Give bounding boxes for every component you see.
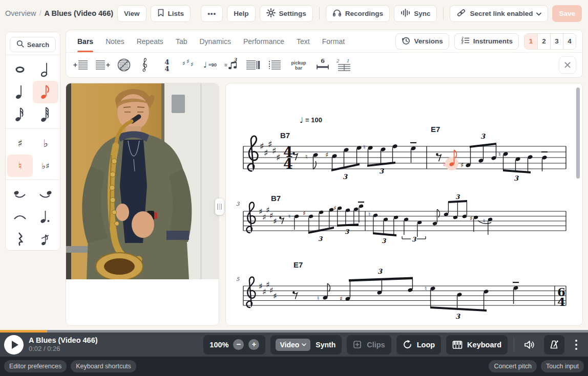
score-system-2[interactable]: 3 ♯♯♯♯♯ B7 ♮♯♯♮♯♮ (233, 194, 576, 256)
key-signature-tool[interactable]: ♯♯♯ (180, 55, 197, 75)
voice-1[interactable]: 1 (524, 34, 537, 49)
concert-pitch-button[interactable]: Concert pitch (489, 360, 537, 372)
header-divider (443, 7, 444, 19)
note-sixteenth[interactable] (7, 103, 33, 126)
keyboard-button[interactable]: Keyboard (446, 335, 508, 355)
volta-tool[interactable]: 2 1 (335, 55, 353, 75)
zoom-out-button[interactable]: − (233, 339, 244, 350)
playback-progress[interactable] (0, 330, 588, 333)
tuplet-tool[interactable]: =3 (223, 55, 240, 75)
metronome-icon (549, 340, 559, 350)
breadcrumb-overview[interactable]: Overview (5, 9, 36, 17)
instruments-button[interactable]: Instruments (454, 33, 519, 50)
rest[interactable] (7, 228, 33, 251)
more-button[interactable]: ••• (201, 5, 223, 22)
end-time-signature-bottom[interactable]: 4 (557, 295, 565, 308)
view-button[interactable]: View (117, 5, 146, 22)
play-button[interactable] (4, 335, 24, 355)
link-icon (456, 8, 466, 19)
svg-text:♯: ♯ (273, 216, 277, 226)
secret-link-button[interactable]: Secret link enabled (450, 5, 548, 22)
svg-text:♮: ♮ (305, 153, 308, 161)
chord-symbol[interactable]: E7 (293, 260, 303, 269)
pickup-label-1: pickup (291, 60, 306, 65)
video-panel (66, 83, 219, 326)
time-signature-tool[interactable]: 44 (158, 55, 176, 75)
tab-dynamics[interactable]: Dynamics (193, 30, 237, 52)
accidental-sharp[interactable]: ♯ (7, 132, 33, 154)
slur[interactable] (7, 206, 33, 228)
tie-end[interactable] (33, 183, 58, 206)
note-whole[interactable] (7, 58, 33, 81)
lists-button[interactable]: Lists (151, 5, 191, 22)
note-eighth[interactable] (33, 81, 58, 103)
score-system-1[interactable]: ♯♯♯♯♯ 4 4 ♩ = 100 B7 E7 ♮♯♮ 3 3 (233, 114, 576, 191)
add-bar-after-tool[interactable] (94, 55, 111, 75)
close-toolbar-button[interactable] (559, 56, 576, 74)
note-quarter[interactable] (7, 81, 33, 103)
svg-text:♯: ♯ (276, 152, 281, 163)
voice-4[interactable]: 4 (563, 34, 576, 49)
recordings-button[interactable]: Recordings (326, 5, 390, 22)
accidental-flat-sharp[interactable]: ♭♯ (33, 154, 58, 177)
accidental-natural[interactable]: ♮ (7, 154, 33, 177)
metronome-button[interactable] (544, 335, 564, 355)
measure-number: 5 (236, 276, 240, 282)
chord-symbol[interactable]: B7 (280, 131, 290, 140)
tab-text[interactable]: Text (290, 30, 316, 52)
sharp-glyph: ♯ (186, 58, 190, 65)
video-frame[interactable] (66, 83, 219, 279)
tab-tab[interactable]: Tab (170, 30, 194, 52)
clef-tool[interactable] (137, 55, 154, 75)
versions-button[interactable]: Versions (395, 33, 449, 50)
tempo-tool[interactable]: ♩=90 (201, 55, 219, 75)
touch-input-button[interactable]: Touch input (541, 360, 584, 372)
svg-text:♯: ♯ (333, 205, 337, 212)
clips-button[interactable]: Clips (347, 335, 391, 355)
selected-note[interactable]: ♮ (443, 150, 458, 170)
save-button[interactable]: Save (552, 5, 582, 22)
repeat-barline-tool[interactable] (266, 55, 283, 75)
search-button[interactable]: Search (10, 37, 56, 52)
delete-bar-tool[interactable] (115, 55, 133, 75)
synth-source-button[interactable]: Synth (316, 341, 337, 349)
barline-tool[interactable] (244, 55, 262, 75)
chord-symbol[interactable]: E7 (431, 125, 440, 134)
settings-button[interactable]: Settings (260, 5, 313, 22)
tab-bars[interactable]: Bars (71, 30, 99, 52)
video-source-button[interactable]: Video (276, 339, 310, 351)
panel-resize-handle[interactable] (215, 198, 224, 215)
pickup-bar-tool[interactable]: pickupbar (287, 55, 310, 75)
tempo-note[interactable]: ♩ (300, 116, 303, 125)
voice-2[interactable]: 2 (537, 34, 550, 49)
tab-notes[interactable]: Notes (99, 30, 131, 52)
score-system-3[interactable]: 5 ♯♯♯♯♯ E7 ♮♯♮ 3 3 6 4 (233, 258, 576, 324)
chord-symbol[interactable]: B7 (271, 194, 281, 203)
accidental-flat[interactable]: ♭ (33, 132, 58, 154)
voice-3[interactable]: 3 (550, 34, 563, 49)
player-overflow-menu[interactable] (570, 335, 583, 355)
multibar-rest-tool[interactable]: 6 (314, 55, 331, 75)
tab-format[interactable]: Format (316, 30, 351, 52)
note-half[interactable] (33, 58, 58, 81)
sync-button[interactable]: Sync (394, 5, 437, 22)
chevron-down-icon (302, 343, 306, 346)
editor-preferences-button[interactable]: Editor preferences (4, 360, 67, 372)
tab-repeats[interactable]: Repeats (131, 30, 170, 52)
add-bar-before-tool[interactable] (72, 55, 90, 75)
volume-button[interactable] (520, 335, 539, 355)
augmentation-dot[interactable] (33, 206, 58, 228)
note-thirtysecond[interactable] (33, 103, 58, 126)
score-scrollbar[interactable] (576, 87, 580, 179)
keyboard-shortcuts-button[interactable]: Keyboard shortcuts (71, 360, 136, 372)
svg-text:♮: ♮ (317, 295, 319, 302)
player-bar: A Blues (Video 466) 0:02 / 0:26 100% − +… (0, 330, 588, 357)
time-signature-bottom[interactable]: 4 (283, 156, 293, 172)
tempo-marking[interactable]: = 100 (305, 116, 322, 124)
help-button[interactable]: Help (227, 5, 255, 22)
tab-performance[interactable]: Performance (237, 30, 290, 52)
tie-start[interactable] (7, 183, 33, 206)
zoom-in-button[interactable]: + (248, 339, 259, 350)
grace-note[interactable] (33, 228, 58, 251)
loop-button[interactable]: Loop (396, 335, 441, 355)
